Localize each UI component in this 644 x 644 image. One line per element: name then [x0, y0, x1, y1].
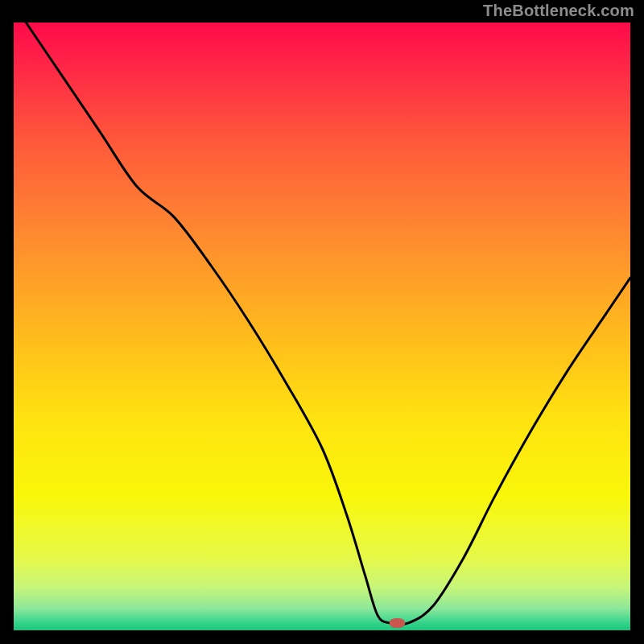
minimum-marker: [389, 618, 405, 628]
bottleneck-chart: [0, 0, 644, 644]
attribution-text: TheBottleneck.com: [483, 2, 634, 20]
gradient-background: [14, 23, 630, 630]
